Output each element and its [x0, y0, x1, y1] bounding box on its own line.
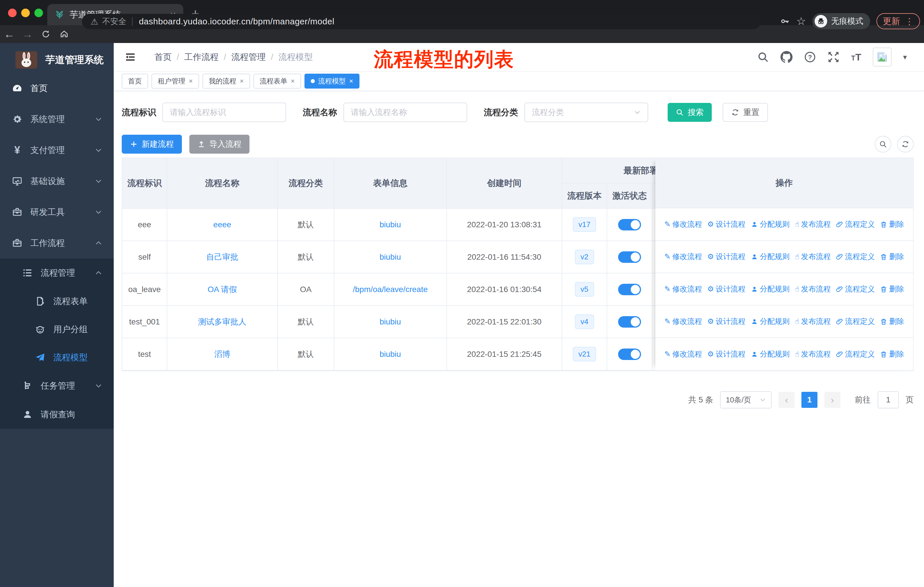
edit-process-link[interactable]: ✎修改流程: [665, 349, 702, 359]
sidebar-item-user-group[interactable]: 用户分组: [0, 315, 114, 343]
deploy-process-link[interactable]: ☝发布流程: [795, 316, 831, 326]
version-badge[interactable]: v4: [575, 314, 594, 329]
close-window-button[interactable]: [8, 8, 16, 17]
fullscreen-icon[interactable]: [827, 51, 840, 63]
process-name-link[interactable]: 自己审批: [206, 253, 238, 261]
sidebar-item-process-form[interactable]: 流程表单: [0, 287, 114, 315]
version-badge[interactable]: v5: [575, 282, 594, 297]
bookmark-star-icon[interactable]: ☆: [796, 15, 806, 28]
process-name-link[interactable]: 滔博: [214, 350, 230, 359]
breadcrumb-home[interactable]: 首页: [154, 51, 172, 63]
sidebar-item-payment[interactable]: ¥ 支付管理: [0, 135, 114, 166]
sidebar-item-process-model[interactable]: 流程模型: [0, 343, 114, 372]
form-link[interactable]: biubiu: [380, 220, 401, 229]
update-chip[interactable]: 更新 ⋮: [876, 13, 920, 29]
active-toggle[interactable]: [618, 251, 641, 263]
breadcrumb-process-mgmt[interactable]: 流程管理: [231, 51, 266, 63]
close-icon[interactable]: ×: [291, 77, 295, 85]
avatar[interactable]: [873, 48, 892, 66]
tag-process-form[interactable]: 流程表单 ×: [254, 74, 301, 89]
tag-process-model-active[interactable]: 流程模型 ×: [304, 74, 360, 89]
design-process-link[interactable]: ⚙设计流程: [707, 284, 745, 294]
browser-menu-icon[interactable]: ⋮: [905, 17, 914, 26]
process-name-link[interactable]: eeee: [213, 220, 231, 229]
design-process-link[interactable]: ⚙设计流程: [707, 316, 745, 326]
delete-link[interactable]: 删除: [880, 251, 904, 262]
delete-link[interactable]: 删除: [880, 349, 904, 359]
help-icon[interactable]: [804, 51, 816, 63]
process-name-link[interactable]: 测试多审批人: [198, 317, 246, 326]
update-label[interactable]: 更新: [883, 15, 900, 27]
process-definition-link[interactable]: 流程定义: [836, 284, 875, 294]
password-key-icon[interactable]: [780, 17, 790, 26]
edit-process-link[interactable]: ✎修改流程: [665, 284, 702, 294]
sidebar-fold-icon[interactable]: [125, 51, 136, 63]
active-toggle[interactable]: [618, 219, 641, 230]
version-badge[interactable]: v2: [575, 250, 594, 264]
process-definition-link[interactable]: 流程定义: [836, 219, 875, 229]
close-icon[interactable]: ×: [349, 77, 353, 85]
close-icon[interactable]: ×: [240, 77, 244, 85]
active-toggle[interactable]: [618, 316, 641, 327]
edit-process-link[interactable]: ✎修改流程: [665, 316, 702, 326]
prev-page-button[interactable]: ‹: [779, 392, 795, 408]
form-link[interactable]: biubiu: [380, 317, 401, 326]
assign-rule-link[interactable]: 分配规则: [751, 284, 790, 294]
breadcrumb-workflow[interactable]: 工作流程: [184, 51, 219, 63]
assign-rule-link[interactable]: 分配规则: [751, 349, 790, 359]
search-button[interactable]: 搜索: [668, 103, 712, 122]
process-definition-link[interactable]: 流程定义: [836, 349, 875, 359]
version-badge[interactable]: v21: [573, 347, 596, 361]
design-process-link[interactable]: ⚙设计流程: [707, 251, 745, 262]
delete-link[interactable]: 删除: [880, 219, 904, 229]
url-text[interactable]: dashboard.yudao.iocoder.cn/bpm/manager/m…: [139, 17, 334, 26]
home-button[interactable]: [55, 28, 73, 40]
sidebar-item-workflow[interactable]: 工作流程: [0, 228, 114, 258]
tag-my-process[interactable]: 我的流程 ×: [203, 74, 250, 89]
process-name-link[interactable]: OA 请假: [208, 285, 237, 294]
minimize-window-button[interactable]: [21, 8, 30, 17]
version-badge[interactable]: v17: [573, 217, 596, 232]
goto-page-input[interactable]: [878, 391, 899, 408]
forward-button[interactable]: →: [18, 28, 37, 40]
delete-link[interactable]: 删除: [880, 316, 904, 326]
import-process-button[interactable]: 导入流程: [189, 135, 249, 154]
edit-process-link[interactable]: ✎修改流程: [665, 251, 702, 262]
active-toggle[interactable]: [618, 284, 641, 295]
create-process-button[interactable]: 新建流程: [122, 135, 182, 154]
show-search-toggle-button[interactable]: [875, 136, 891, 152]
edit-process-link[interactable]: ✎修改流程: [665, 219, 702, 229]
assign-rule-link[interactable]: 分配规则: [751, 251, 790, 262]
sidebar-item-leave-query[interactable]: 请假查询: [0, 400, 114, 429]
delete-link[interactable]: 删除: [880, 284, 904, 294]
avatar-caret-icon[interactable]: ▾: [903, 53, 907, 62]
deploy-process-link[interactable]: ☝发布流程: [795, 251, 831, 262]
tag-home[interactable]: 首页: [122, 74, 148, 89]
form-link[interactable]: /bpm/oa/leave/create: [353, 285, 428, 294]
sidebar-item-home[interactable]: 首页: [0, 73, 114, 104]
refresh-table-button[interactable]: [897, 136, 914, 152]
reset-button[interactable]: 重置: [723, 103, 768, 122]
process-category-select[interactable]: 流程分类: [525, 103, 648, 122]
deploy-process-link[interactable]: ☝发布流程: [795, 284, 831, 294]
process-name-input[interactable]: [343, 103, 467, 122]
zoom-window-button[interactable]: [35, 8, 43, 17]
design-process-link[interactable]: ⚙设计流程: [707, 219, 745, 229]
assign-rule-link[interactable]: 分配规则: [751, 219, 790, 229]
font-size-icon[interactable]: TT: [851, 51, 861, 63]
sidebar-item-task-mgmt[interactable]: 任务管理: [0, 372, 114, 400]
deploy-process-link[interactable]: ☝发布流程: [795, 219, 831, 229]
process-key-input[interactable]: [162, 103, 286, 122]
search-icon[interactable]: [757, 51, 769, 63]
sidebar-item-process-mgmt[interactable]: 流程管理: [0, 258, 114, 287]
tag-tenant[interactable]: 租户管理 ×: [152, 74, 199, 89]
assign-rule-link[interactable]: 分配规则: [751, 316, 790, 326]
process-definition-link[interactable]: 流程定义: [836, 316, 875, 326]
close-icon[interactable]: ×: [189, 77, 193, 85]
next-page-button[interactable]: ›: [824, 392, 840, 408]
current-page-button[interactable]: 1: [802, 392, 817, 408]
reload-button[interactable]: [37, 29, 55, 40]
security-label[interactable]: 不安全: [102, 16, 126, 27]
github-icon[interactable]: [780, 51, 792, 63]
page-size-select[interactable]: 10条/页: [720, 391, 772, 408]
